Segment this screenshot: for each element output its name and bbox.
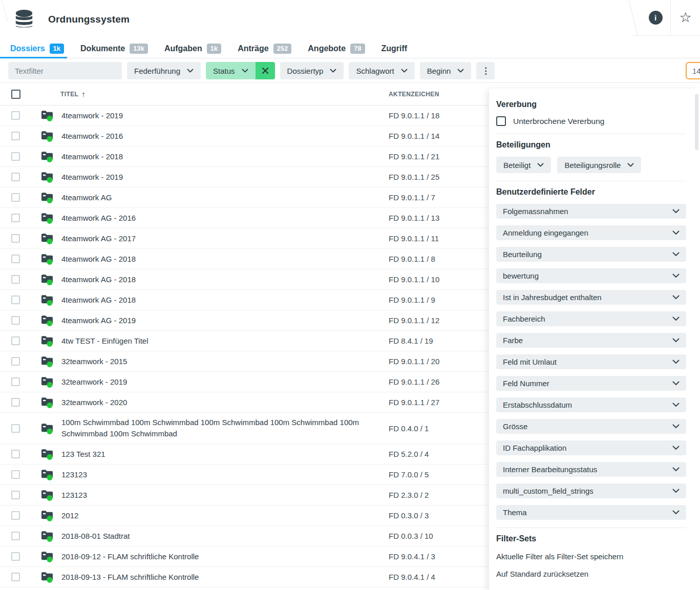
table-row[interactable]: 2012 FD 0.3.0 / 3 — [0, 505, 489, 526]
tab-zugriff[interactable]: Zugriff — [381, 39, 408, 58]
row-checkbox[interactable] — [11, 377, 20, 386]
dossier-title[interactable]: 32teamwork - 2015 — [61, 356, 389, 367]
custom-field-thema[interactable]: Thema — [496, 505, 686, 520]
row-checkbox[interactable] — [11, 173, 20, 181]
row-checkbox[interactable] — [11, 132, 20, 140]
filter-dropdown-status[interactable]: Status — [206, 62, 256, 79]
custom-field-beurteilung[interactable]: Beurteilung — [496, 247, 686, 262]
row-checkbox[interactable] — [11, 255, 20, 263]
table-row[interactable]: 2018-09-12 - FLAM schriftliche Kontrolle… — [0, 546, 489, 567]
dossier-title[interactable]: 4teamwork - 2019 — [61, 172, 389, 183]
custom-field-erstabschlussdatum[interactable]: Erstabschlussdatum — [496, 397, 686, 412]
custom-field-gr-sse[interactable]: Grösse — [496, 419, 686, 434]
dropdown-beteiligungsrolle[interactable]: Beteiligungsrolle — [557, 157, 641, 173]
custom-field-anmeldung-eingegangen[interactable]: Anmeldung eingegangen — [496, 225, 686, 240]
filter-dropdown-schlagwort[interactable]: Schlagwort — [349, 62, 414, 79]
custom-field-interner-bearbeitungsstatus[interactable]: Interner Bearbeitungsstatus — [496, 462, 686, 477]
dossier-title[interactable]: 4teamwork AG - 2017 — [61, 233, 389, 244]
table-row[interactable]: 4teamwork AG - 2018 FD 9.0.1.1 / 10 — [0, 269, 489, 290]
table-row[interactable]: 4teamwork AG - 2018 FD 9.0.1.1 / 9 — [0, 290, 489, 310]
dossier-title[interactable]: 4teamwork AG - 2018 — [61, 274, 389, 285]
dossier-title[interactable]: 32teamwork - 2020 — [61, 397, 389, 408]
table-row[interactable]: 4teamwork AG - 2016 FD 9.0.1.1 / 13 — [0, 208, 489, 228]
dossier-title[interactable]: 2018-09-12 - FLAM schriftliche Kontrolle — [61, 551, 389, 562]
unterbrochene-vererbung-option[interactable]: Unterbrochene Vererbung — [496, 116, 686, 126]
dropdown-beteiligt[interactable]: Beteiligt — [496, 157, 551, 173]
custom-field-ist-in-jahresbudget-enthalten[interactable]: Ist in Jahresbudget enthalten — [496, 290, 686, 305]
dossier-title[interactable]: 4teamwork - 2018 — [61, 151, 389, 162]
table-row[interactable]: 100m Schwimmbad 100m Schwimmbad 100m Sch… — [0, 413, 489, 444]
more-filters-button[interactable]: ⋮ — [476, 62, 495, 79]
row-checkbox[interactable] — [11, 398, 20, 407]
custom-field-multi-custom-field-strings[interactable]: multi_custom_field_strings — [496, 483, 686, 498]
dossier-title[interactable]: 100m Schwimmbad 100m Schwimmbad 100m Sch… — [61, 417, 389, 439]
column-header-titel[interactable]: TITEL — [60, 91, 78, 98]
custom-field-feld-mit-umlaut[interactable]: Feld mit Umlaut — [496, 354, 686, 369]
custom-field-fachbereich[interactable]: Fachbereich — [496, 311, 686, 326]
row-checkbox[interactable] — [11, 450, 20, 458]
table-row[interactable]: 4teamwork - 2018 FD 9.0.1.1 / 21 — [0, 146, 489, 167]
dossier-title[interactable]: 32teamwork - 2019 — [61, 376, 389, 388]
dossier-title[interactable]: 4teamwork AG - 2018 — [61, 294, 389, 306]
row-checkbox[interactable] — [11, 491, 20, 499]
row-checkbox[interactable] — [11, 573, 20, 581]
checkbox[interactable] — [496, 116, 506, 126]
row-checkbox[interactable] — [11, 511, 20, 520]
row-checkbox[interactable] — [11, 152, 20, 161]
column-header-aktenzeichen[interactable]: AKTENZEICHEN — [389, 91, 489, 98]
tab-dossiers[interactable]: Dossiers 1k — [10, 39, 64, 58]
dossier-title[interactable]: 123123 — [61, 490, 389, 501]
tab-aufgaben[interactable]: Aufgaben 1k — [164, 39, 221, 58]
table-row[interactable]: 32teamwork - 2020 FD 9.0.1.1 / 27 — [0, 392, 489, 413]
dossier-title[interactable]: 4tw TEST - Einfügen Titel — [61, 335, 389, 347]
filter-dropdown-dossiertyp[interactable]: Dossiertyp — [280, 62, 344, 79]
table-row[interactable]: 32teamwork - 2015 FD 9.0.1.1 / 20 — [0, 351, 489, 372]
custom-field-id-fachapplikation[interactable]: ID Fachapplikation — [496, 440, 686, 455]
text-filter-input[interactable] — [8, 62, 122, 79]
row-checkbox[interactable] — [11, 275, 20, 284]
tab-dokumente[interactable]: Dokumente 13k — [80, 39, 148, 58]
dossier-title[interactable]: 2012 — [61, 510, 389, 521]
table-row[interactable]: 123 Test 321 FD 5.2.0 / 4 — [0, 444, 489, 465]
filter-dropdown-federf-hrung[interactable]: Federführung — [127, 62, 201, 79]
dossier-title[interactable]: 2018-08-01 Stadtrat — [61, 531, 389, 542]
row-checkbox[interactable] — [11, 532, 20, 540]
table-row[interactable]: 4tw TEST - Einfügen Titel FD 8.4.1 / 19 — [0, 331, 489, 351]
table-row[interactable]: 32teamwork - 2019 FD 9.0.1.1 / 26 — [0, 372, 489, 392]
table-row[interactable]: 4teamwork - 2019 FD 9.0.1.1 / 25 — [0, 167, 489, 187]
clear-status-filter-button[interactable] — [256, 62, 275, 79]
row-checkbox[interactable] — [11, 234, 20, 243]
row-checkbox[interactable] — [11, 316, 20, 325]
row-checkbox[interactable] — [11, 336, 20, 345]
custom-field-folgemassnahmen[interactable]: Folgemassnahmen — [496, 204, 686, 219]
filter-set-action-aktuelle-filter-als[interactable]: Aktuelle Filter als Filter-Set speichern — [496, 552, 686, 561]
row-checkbox[interactable] — [11, 552, 20, 561]
panel-scrollbar[interactable] — [695, 94, 698, 585]
table-row[interactable]: 4teamwork AG FD 9.0.1.1 / 7 — [0, 187, 489, 208]
dossier-title[interactable]: 4teamwork AG - 2016 — [61, 213, 389, 224]
dossier-title[interactable]: 2018-09-13 - FLAM schriftliche Kontrolle — [61, 572, 389, 583]
favorite-button[interactable]: ☆ — [670, 0, 700, 35]
dossier-title[interactable]: 4teamwork AG — [61, 192, 389, 203]
row-checkbox[interactable] — [11, 424, 20, 433]
row-checkbox[interactable] — [11, 296, 20, 304]
dossier-title[interactable]: 4teamwork AG - 2019 — [61, 315, 389, 326]
row-checkbox[interactable] — [11, 193, 20, 202]
dossier-title[interactable]: 4teamwork - 2019 — [61, 110, 389, 121]
table-row[interactable]: 4teamwork AG - 2017 FD 9.0.1.1 / 11 — [0, 228, 489, 249]
table-row[interactable]: 4teamwork - 2016 FD 9.0.1.1 / 14 — [0, 126, 489, 146]
table-row[interactable]: 4teamwork AG - 2018 FD 9.0.1.1 / 8 — [0, 249, 489, 269]
row-checkbox[interactable] — [11, 111, 20, 120]
filter-set-action-auf-standard-zur[interactable]: Auf Standard zurücksetzen — [496, 570, 686, 578]
table-row[interactable]: 2018-09-13 - FLAM schriftliche Kontrolle… — [0, 567, 489, 587]
dossier-title[interactable]: 4teamwork AG - 2018 — [61, 254, 389, 265]
sort-ascending-icon[interactable]: ↑ — [81, 90, 86, 98]
table-row[interactable]: 4teamwork - 2019 FD 9.0.1.1 / 18 — [0, 106, 489, 126]
table-row[interactable]: 123123 FD 2.3.0 / 2 — [0, 485, 489, 505]
dossier-title[interactable]: 123123 — [61, 469, 389, 480]
custom-field-bewertung[interactable]: bewertung — [496, 268, 686, 283]
table-row[interactable]: 2018-08-01 Stadtrat FD 0.0.3 / 10 — [0, 526, 489, 546]
row-checkbox[interactable] — [11, 470, 20, 479]
select-all-checkbox[interactable] — [11, 90, 20, 99]
table-row[interactable]: 123123 FD 7.0.0 / 5 — [0, 465, 489, 485]
